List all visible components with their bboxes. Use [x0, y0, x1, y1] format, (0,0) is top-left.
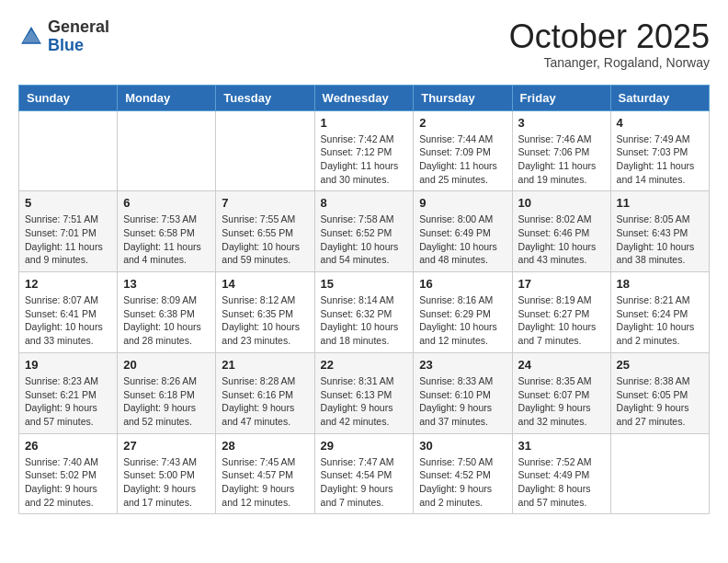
calendar-week-row: 26Sunrise: 7:40 AM Sunset: 5:02 PM Dayli…: [19, 433, 710, 514]
day-info: Sunrise: 8:12 AM Sunset: 6:35 PM Dayligh…: [222, 293, 308, 348]
day-info: Sunrise: 8:07 AM Sunset: 6:41 PM Dayligh…: [25, 293, 111, 348]
day-number: 11: [617, 196, 703, 210]
day-info: Sunrise: 7:52 AM Sunset: 4:49 PM Dayligh…: [518, 455, 605, 510]
day-info: Sunrise: 8:28 AM Sunset: 6:16 PM Dayligh…: [222, 374, 308, 429]
calendar-cell: 23Sunrise: 8:33 AM Sunset: 6:10 PM Dayli…: [414, 352, 512, 433]
calendar-cell: 8Sunrise: 7:58 AM Sunset: 6:52 PM Daylig…: [314, 191, 414, 272]
col-header-sunday: Sunday: [19, 85, 118, 110]
calendar-cell: 30Sunrise: 7:50 AM Sunset: 4:52 PM Dayli…: [414, 433, 512, 514]
col-header-wednesday: Wednesday: [314, 85, 414, 110]
col-header-thursday: Thursday: [414, 85, 512, 110]
calendar-cell: 27Sunrise: 7:43 AM Sunset: 5:00 PM Dayli…: [118, 433, 216, 514]
title-block: October 2025 Tananger, Rogaland, Norway: [509, 18, 710, 70]
day-number: 3: [518, 116, 605, 130]
day-number: 31: [518, 439, 605, 453]
svg-marker-1: [23, 29, 40, 42]
col-header-monday: Monday: [118, 85, 216, 110]
day-number: 28: [222, 439, 308, 453]
day-number: 10: [518, 196, 605, 210]
day-number: 7: [222, 196, 308, 210]
day-number: 19: [25, 358, 111, 372]
day-info: Sunrise: 8:23 AM Sunset: 6:21 PM Dayligh…: [25, 374, 111, 429]
calendar-cell: 14Sunrise: 8:12 AM Sunset: 6:35 PM Dayli…: [216, 272, 314, 353]
calendar-table: SundayMondayTuesdayWednesdayThursdayFrid…: [18, 85, 710, 515]
calendar-week-row: 19Sunrise: 8:23 AM Sunset: 6:21 PM Dayli…: [19, 352, 710, 433]
day-number: 30: [419, 439, 506, 453]
day-info: Sunrise: 7:51 AM Sunset: 7:01 PM Dayligh…: [25, 213, 111, 267]
day-info: Sunrise: 7:55 AM Sunset: 6:55 PM Dayligh…: [222, 213, 308, 267]
calendar-cell: 20Sunrise: 8:26 AM Sunset: 6:18 PM Dayli…: [118, 352, 216, 433]
day-info: Sunrise: 8:21 AM Sunset: 6:24 PM Dayligh…: [617, 293, 703, 348]
calendar-cell: 29Sunrise: 7:47 AM Sunset: 4:54 PM Dayli…: [314, 433, 414, 514]
day-info: Sunrise: 8:38 AM Sunset: 6:05 PM Dayligh…: [617, 374, 703, 429]
calendar-header-row: SundayMondayTuesdayWednesdayThursdayFrid…: [19, 85, 710, 110]
calendar-cell: 21Sunrise: 8:28 AM Sunset: 6:16 PM Dayli…: [216, 352, 314, 433]
calendar-cell: 17Sunrise: 8:19 AM Sunset: 6:27 PM Dayli…: [512, 272, 610, 353]
page-header: General Blue October 2025 Tananger, Roga…: [18, 18, 710, 70]
day-info: Sunrise: 8:31 AM Sunset: 6:13 PM Dayligh…: [321, 374, 408, 429]
month-title: October 2025: [509, 18, 710, 55]
calendar-cell: [216, 110, 314, 191]
day-number: 25: [617, 358, 703, 372]
day-number: 12: [25, 277, 111, 291]
calendar-cell: 10Sunrise: 8:02 AM Sunset: 6:46 PM Dayli…: [512, 191, 610, 272]
day-info: Sunrise: 7:44 AM Sunset: 7:09 PM Dayligh…: [419, 132, 506, 187]
calendar-cell: 22Sunrise: 8:31 AM Sunset: 6:13 PM Dayli…: [314, 352, 414, 433]
calendar-cell: 18Sunrise: 8:21 AM Sunset: 6:24 PM Dayli…: [610, 272, 709, 353]
day-info: Sunrise: 8:14 AM Sunset: 6:32 PM Dayligh…: [321, 293, 408, 348]
calendar-cell: 16Sunrise: 8:16 AM Sunset: 6:29 PM Dayli…: [414, 272, 512, 353]
logo: General Blue: [18, 18, 109, 55]
day-number: 22: [321, 358, 408, 372]
day-number: 27: [123, 439, 210, 453]
day-info: Sunrise: 7:53 AM Sunset: 6:58 PM Dayligh…: [123, 213, 210, 267]
calendar-cell: 31Sunrise: 7:52 AM Sunset: 4:49 PM Dayli…: [512, 433, 610, 514]
day-info: Sunrise: 8:05 AM Sunset: 6:43 PM Dayligh…: [617, 213, 703, 267]
day-number: 23: [419, 358, 506, 372]
day-info: Sunrise: 7:46 AM Sunset: 7:06 PM Dayligh…: [518, 132, 605, 187]
calendar-cell: 15Sunrise: 8:14 AM Sunset: 6:32 PM Dayli…: [314, 272, 414, 353]
day-number: 4: [617, 116, 703, 130]
day-info: Sunrise: 7:45 AM Sunset: 4:57 PM Dayligh…: [222, 455, 308, 510]
day-number: 16: [419, 277, 506, 291]
day-info: Sunrise: 8:02 AM Sunset: 6:46 PM Dayligh…: [518, 213, 605, 267]
calendar-cell: 5Sunrise: 7:51 AM Sunset: 7:01 PM Daylig…: [19, 191, 118, 272]
col-header-saturday: Saturday: [610, 85, 709, 110]
day-info: Sunrise: 7:50 AM Sunset: 4:52 PM Dayligh…: [419, 455, 506, 510]
day-number: 1: [321, 116, 408, 130]
day-number: 20: [123, 358, 210, 372]
day-number: 21: [222, 358, 308, 372]
calendar-cell: 11Sunrise: 8:05 AM Sunset: 6:43 PM Dayli…: [610, 191, 709, 272]
calendar-cell: 9Sunrise: 8:00 AM Sunset: 6:49 PM Daylig…: [414, 191, 512, 272]
day-info: Sunrise: 8:33 AM Sunset: 6:10 PM Dayligh…: [419, 374, 506, 429]
day-number: 18: [617, 277, 703, 291]
day-number: 24: [518, 358, 605, 372]
day-info: Sunrise: 7:43 AM Sunset: 5:00 PM Dayligh…: [123, 455, 210, 510]
calendar-cell: 1Sunrise: 7:42 AM Sunset: 7:12 PM Daylig…: [314, 110, 414, 191]
day-info: Sunrise: 7:40 AM Sunset: 5:02 PM Dayligh…: [25, 455, 111, 510]
calendar-cell: 26Sunrise: 7:40 AM Sunset: 5:02 PM Dayli…: [19, 433, 118, 514]
logo-text: General Blue: [48, 18, 109, 55]
day-info: Sunrise: 8:26 AM Sunset: 6:18 PM Dayligh…: [123, 374, 210, 429]
day-info: Sunrise: 8:09 AM Sunset: 6:38 PM Dayligh…: [123, 293, 210, 348]
day-number: 8: [321, 196, 408, 210]
col-header-friday: Friday: [512, 85, 610, 110]
day-number: 26: [25, 439, 111, 453]
day-info: Sunrise: 7:49 AM Sunset: 7:03 PM Dayligh…: [617, 132, 703, 187]
calendar-cell: [610, 433, 709, 514]
calendar-cell: 13Sunrise: 8:09 AM Sunset: 6:38 PM Dayli…: [118, 272, 216, 353]
day-number: 9: [419, 196, 506, 210]
day-info: Sunrise: 8:16 AM Sunset: 6:29 PM Dayligh…: [419, 293, 506, 348]
day-info: Sunrise: 7:58 AM Sunset: 6:52 PM Dayligh…: [321, 213, 408, 267]
calendar-cell: 28Sunrise: 7:45 AM Sunset: 4:57 PM Dayli…: [216, 433, 314, 514]
calendar-cell: 12Sunrise: 8:07 AM Sunset: 6:41 PM Dayli…: [19, 272, 118, 353]
logo-icon: [18, 24, 44, 50]
calendar-cell: [19, 110, 118, 191]
day-number: 17: [518, 277, 605, 291]
calendar-cell: 6Sunrise: 7:53 AM Sunset: 6:58 PM Daylig…: [118, 191, 216, 272]
day-number: 15: [321, 277, 408, 291]
calendar-cell: 24Sunrise: 8:35 AM Sunset: 6:07 PM Dayli…: [512, 352, 610, 433]
day-info: Sunrise: 8:35 AM Sunset: 6:07 PM Dayligh…: [518, 374, 605, 429]
day-number: 14: [222, 277, 308, 291]
col-header-tuesday: Tuesday: [216, 85, 314, 110]
calendar-week-row: 5Sunrise: 7:51 AM Sunset: 7:01 PM Daylig…: [19, 191, 710, 272]
